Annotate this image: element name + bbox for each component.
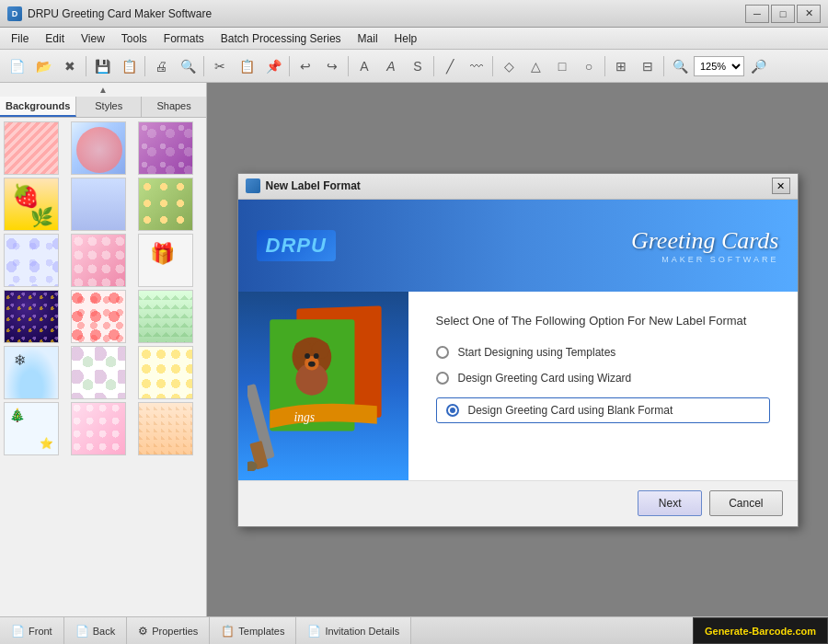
- panel-scroll: 🍓 🌿 🎁: [0, 118, 206, 616]
- tool-align2[interactable]: ⊟: [635, 53, 661, 79]
- tool-zoom-in[interactable]: 🔎: [745, 53, 771, 79]
- tool-shape4[interactable]: ○: [576, 53, 602, 79]
- tool-close-doc[interactable]: ✖: [57, 53, 83, 79]
- tool-undo[interactable]: ↩: [293, 53, 318, 79]
- tab-styles[interactable]: Styles: [76, 97, 142, 117]
- thumb-8[interactable]: [71, 234, 126, 287]
- thumb-14[interactable]: [71, 346, 126, 399]
- thumb-4[interactable]: 🍓 🌿: [4, 178, 59, 231]
- thumb-9[interactable]: 🎁: [138, 234, 193, 287]
- menu-tools[interactable]: Tools: [114, 30, 155, 47]
- tool-redo[interactable]: ↪: [319, 53, 345, 79]
- separator-8: [604, 56, 605, 76]
- option-wizard-label: Design Greeting Card using Wizard: [458, 372, 632, 385]
- menu-view[interactable]: View: [74, 30, 112, 47]
- maximize-button[interactable]: □: [771, 5, 795, 23]
- radio-templates[interactable]: [436, 346, 449, 359]
- menu-help[interactable]: Help: [387, 30, 425, 47]
- tool-text[interactable]: A: [351, 53, 377, 79]
- tool-new[interactable]: 📄: [4, 53, 29, 79]
- thumb-2[interactable]: [71, 121, 126, 175]
- tool-print-preview[interactable]: 🔍: [175, 53, 201, 79]
- dialog-title-left: New Label Format: [246, 178, 361, 193]
- tool-print[interactable]: 🖨: [148, 53, 174, 79]
- status-tab-invitation-label: Invitation Details: [325, 626, 399, 637]
- thumb-18[interactable]: [138, 402, 193, 455]
- radio-blank[interactable]: [446, 404, 459, 417]
- next-button[interactable]: Next: [638, 490, 702, 516]
- thumb-3[interactable]: [138, 121, 193, 175]
- status-tab-front[interactable]: 📄 Front: [0, 617, 64, 644]
- radio-wizard[interactable]: [436, 372, 449, 385]
- thumb-11[interactable]: [71, 290, 126, 343]
- dialog-close-button[interactable]: ✕: [772, 178, 790, 194]
- thumb-13[interactable]: ❄: [4, 346, 59, 399]
- menu-batch[interactable]: Batch Processing Series: [213, 30, 349, 47]
- option-templates[interactable]: Start Designing using Templates: [436, 346, 770, 359]
- tool-paste[interactable]: 📌: [260, 53, 286, 79]
- thumb-15[interactable]: [138, 346, 193, 399]
- thumb-7[interactable]: [4, 234, 59, 287]
- menu-edit[interactable]: Edit: [38, 30, 72, 47]
- minimize-button[interactable]: ─: [745, 5, 769, 23]
- separator-5: [348, 56, 349, 76]
- tool-cut[interactable]: ✂: [207, 53, 233, 79]
- left-panel: ▲ Backgrounds Styles Shapes 🍓 🌿: [0, 83, 207, 616]
- dialog-illustration: ings: [238, 292, 408, 480]
- separator-1: [86, 56, 86, 76]
- status-tab-back-label: Back: [93, 626, 115, 637]
- tool-copy[interactable]: 📋: [234, 53, 259, 79]
- tool-shape3[interactable]: □: [549, 53, 575, 79]
- scroll-up-arrow[interactable]: ▲: [0, 83, 206, 97]
- properties-icon: ⚙: [138, 625, 148, 638]
- dialog-overlay: New Label Format ✕ DRPU Greeting Cards M…: [207, 83, 828, 616]
- close-button[interactable]: ✕: [797, 5, 821, 23]
- dialog-icon: [246, 178, 260, 193]
- back-icon: 📄: [75, 625, 89, 638]
- tool-line[interactable]: ╱: [437, 53, 463, 79]
- barcode-badge-text: Generate-Barcode.com: [705, 626, 816, 637]
- thumb-1[interactable]: [4, 121, 59, 175]
- status-tab-back[interactable]: 📄 Back: [64, 617, 127, 644]
- tool-wave[interactable]: 〰: [464, 53, 489, 79]
- main-layout: ▲ Backgrounds Styles Shapes 🍓 🌿: [0, 83, 828, 616]
- menu-mail[interactable]: Mail: [351, 30, 385, 47]
- tool-open[interactable]: 📂: [30, 53, 56, 79]
- window-controls: ─ □ ✕: [745, 5, 821, 23]
- tool-italic[interactable]: A: [378, 53, 404, 79]
- tab-shapes[interactable]: Shapes: [142, 97, 206, 117]
- zoom-select[interactable]: 125% 100% 75% 150%: [694, 56, 744, 76]
- tool-shape2[interactable]: △: [523, 53, 548, 79]
- thumb-16[interactable]: 🎄 ⭐: [4, 402, 59, 455]
- thumb-10[interactable]: [4, 290, 59, 343]
- barcode-badge[interactable]: Generate-Barcode.com: [693, 617, 828, 644]
- tool-save[interactable]: 💾: [89, 53, 115, 79]
- separator-2: [144, 56, 145, 76]
- app-icon: D: [7, 6, 22, 21]
- option-wizard[interactable]: Design Greeting Card using Wizard: [436, 372, 770, 385]
- status-tab-properties[interactable]: ⚙ Properties: [127, 617, 210, 644]
- option-blank[interactable]: Design Greeting Card using Blank Format: [436, 397, 770, 423]
- status-tab-invitation[interactable]: 📄 Invitation Details: [296, 617, 411, 644]
- drpu-logo: DRPU: [257, 230, 336, 261]
- title-bar: D DRPU Greeting Card Maker Software ─ □ …: [0, 0, 828, 28]
- cancel-button[interactable]: Cancel: [709, 490, 782, 516]
- thumb-12[interactable]: [138, 290, 193, 343]
- status-tab-templates[interactable]: 📋 Templates: [210, 617, 296, 644]
- tool-zoom-out[interactable]: 🔍: [667, 53, 693, 79]
- svg-point-9: [308, 361, 316, 366]
- svg-point-7: [305, 353, 310, 359]
- status-tab-templates-label: Templates: [238, 626, 284, 637]
- tab-backgrounds[interactable]: Backgrounds: [0, 97, 76, 117]
- tool-shape1[interactable]: ◇: [496, 53, 522, 79]
- thumb-6[interactable]: [138, 178, 193, 231]
- tool-save-as[interactable]: 📋: [116, 53, 142, 79]
- menu-formats[interactable]: Formats: [156, 30, 212, 47]
- thumb-5[interactable]: [71, 178, 126, 231]
- front-icon: 📄: [11, 625, 25, 638]
- dialog-prompt: Select One of The Following Option For N…: [436, 314, 770, 328]
- tool-style[interactable]: S: [405, 53, 431, 79]
- menu-file[interactable]: File: [4, 30, 36, 47]
- tool-align1[interactable]: ⊞: [608, 53, 634, 79]
- thumb-17[interactable]: [71, 402, 126, 455]
